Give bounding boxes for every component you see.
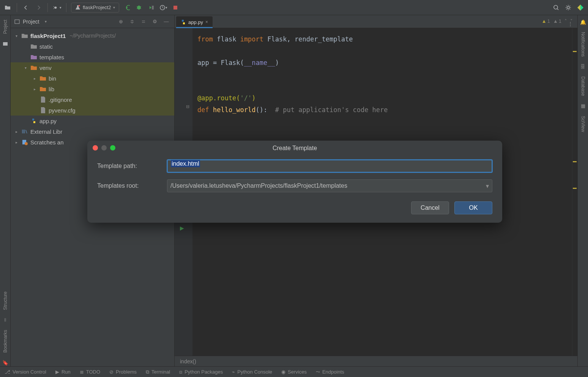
stop-button[interactable] xyxy=(171,3,180,12)
todo-tool[interactable]: ≣TODO xyxy=(80,369,100,375)
services-icon: ◉ xyxy=(281,369,285,375)
expand-all-icon[interactable] xyxy=(128,17,136,26)
tree-item-apppy[interactable]: app.py xyxy=(11,116,174,126)
tree-item-gitignore[interactable]: .gitignore xyxy=(11,94,174,105)
bookmark-icon[interactable]: 🔖 xyxy=(2,359,9,366)
terminal-tool[interactable]: ⧉Terminal xyxy=(146,369,170,375)
inspection-widget[interactable]: ▲1 ▲1 ˄ ˅ xyxy=(542,18,573,24)
structure-tool-button[interactable]: Structure xyxy=(3,290,8,312)
panel-settings-icon[interactable]: ⚙ xyxy=(151,17,159,26)
prev-highlight-icon[interactable]: ˄ xyxy=(564,18,567,24)
close-icon[interactable]: × xyxy=(205,19,208,25)
sciview-icon[interactable]: ▦ xyxy=(579,102,587,110)
sciview-tool-button[interactable]: SciView xyxy=(580,114,586,133)
debug-button[interactable] xyxy=(134,3,143,12)
jetbrains-icon[interactable] xyxy=(576,3,585,12)
templates-root-label: Templates root: xyxy=(97,182,162,189)
run-config-label: flaskProject2 xyxy=(83,5,111,10)
cancel-button[interactable]: Cancel xyxy=(411,201,449,214)
structure-icon[interactable]: ⦀ xyxy=(2,316,9,324)
tree-root[interactable]: ▾ flaskProject1 ~/PycharmProjects/ xyxy=(11,30,174,41)
template-path-input[interactable]: index.html xyxy=(167,160,492,173)
next-highlight-icon[interactable]: ˅ xyxy=(570,18,573,24)
run-button[interactable] xyxy=(122,3,131,12)
settings-icon[interactable] xyxy=(564,3,573,12)
endpoints-icon: ⤳ xyxy=(316,369,320,375)
tree-item-bin[interactable]: ▸ bin xyxy=(11,73,174,84)
left-tool-gutter: Project Structure ⦀ Bookmarks 🔖 xyxy=(0,15,11,366)
right-tool-gutter: 🔔 Notifications 🗄 Database ▦ SciView xyxy=(577,15,588,366)
folder-icon xyxy=(30,64,37,71)
tab-label: app.py xyxy=(188,19,203,25)
bell-icon[interactable]: 🔔 xyxy=(579,18,587,26)
tree-item-templates[interactable]: templates xyxy=(11,52,174,62)
database-tool-button[interactable]: Database xyxy=(580,75,586,97)
tree-item-external[interactable]: ▸ External Libr xyxy=(11,126,174,137)
svg-point-0 xyxy=(79,5,80,6)
error-stripe[interactable] xyxy=(572,28,577,356)
dialog-titlebar: Create Template xyxy=(87,141,502,156)
endpoints-tool[interactable]: ⤳Endpoints xyxy=(316,369,344,375)
chevron-down-icon: ▾ xyxy=(14,34,19,38)
hide-panel-icon[interactable]: — xyxy=(162,17,170,26)
run-gutter-icon[interactable]: ▶ xyxy=(180,225,184,231)
ok-button[interactable]: OK xyxy=(454,201,492,214)
forward-button[interactable] xyxy=(34,3,43,12)
branch-icon: ⎇ xyxy=(5,369,10,375)
tree-root-path: ~/PycharmProjects/ xyxy=(69,33,116,39)
run-config-selector[interactable]: flaskProject2 ▾ xyxy=(71,3,119,13)
main-toolbar: ▾ flaskProject2 ▾ ▾ xyxy=(0,0,588,15)
profile-button[interactable]: ▾ xyxy=(159,3,168,12)
folder-icon xyxy=(39,75,46,82)
tree-item-pyvenv[interactable]: pyvenv.cfg xyxy=(11,105,174,116)
folder-icon xyxy=(30,43,37,50)
chevron-down-icon[interactable]: ▾ xyxy=(45,19,47,24)
chevron-right-icon: ▸ xyxy=(14,140,19,144)
problems-tool[interactable]: ⊘Problems xyxy=(109,369,137,375)
svg-point-4 xyxy=(554,5,558,9)
chevron-right-icon: ▸ xyxy=(14,130,19,134)
play-icon: ▶ xyxy=(55,369,59,375)
bookmarks-tool-button[interactable]: Bookmarks xyxy=(3,328,8,354)
vcs-dropdown-icon[interactable]: ▾ xyxy=(52,3,61,12)
tree-item-venv[interactable]: ▾ venv xyxy=(11,62,174,73)
window-close-icon[interactable] xyxy=(93,145,98,150)
tree-item-static[interactable]: static xyxy=(11,41,174,52)
chevron-right-icon: ▸ xyxy=(32,76,37,81)
collapse-all-icon[interactable] xyxy=(139,17,148,26)
chevron-down-icon: ▾ xyxy=(113,5,115,10)
python-packages-tool[interactable]: ⧈Python Packages xyxy=(179,369,223,375)
window-maximize-icon[interactable] xyxy=(110,145,115,150)
breadcrumb-bar[interactable]: index() xyxy=(175,356,577,366)
svg-rect-7 xyxy=(15,20,19,24)
tree-item-lib[interactable]: ▸ lib xyxy=(11,84,174,94)
commit-tool-icon[interactable] xyxy=(2,40,9,48)
tab-apppy[interactable]: app.py × xyxy=(176,16,213,28)
back-button[interactable] xyxy=(22,3,31,12)
editor-tabs: app.py × ⋮ xyxy=(175,15,577,28)
notifications-tool-button[interactable]: Notifications xyxy=(580,30,586,58)
dialog-title: Create Template xyxy=(273,145,317,152)
services-tool[interactable]: ◉Services xyxy=(281,369,307,375)
search-everywhere-icon[interactable] xyxy=(552,3,561,12)
terminal-icon: ⧉ xyxy=(146,369,149,375)
svg-point-1 xyxy=(137,6,141,10)
database-icon[interactable]: 🗄 xyxy=(579,63,587,70)
file-icon xyxy=(39,96,46,103)
open-folder-button[interactable] xyxy=(3,3,12,12)
separator xyxy=(47,3,48,12)
window-minimize-icon[interactable] xyxy=(101,145,107,150)
run-tool[interactable]: ▶Run xyxy=(55,369,71,375)
coverage-button[interactable] xyxy=(147,3,156,12)
create-template-dialog: Create Template Template path: index.htm… xyxy=(87,141,502,223)
library-icon xyxy=(21,128,28,135)
breadcrumb-item[interactable]: index() xyxy=(180,358,196,364)
fold-icon[interactable]: ⊟ xyxy=(186,104,189,109)
python-console-tool[interactable]: ⌁Python Console xyxy=(232,369,272,375)
package-icon: ⧈ xyxy=(179,369,182,375)
chevron-down-icon: ▾ xyxy=(23,66,28,70)
project-tool-button[interactable]: Project xyxy=(3,18,8,35)
select-opened-file-icon[interactable]: ⊕ xyxy=(117,17,125,26)
version-control-tool[interactable]: ⎇Version Control xyxy=(5,369,46,375)
templates-root-combo[interactable]: /Users/valeria.letusheva/PycharmProjects… xyxy=(167,179,492,192)
